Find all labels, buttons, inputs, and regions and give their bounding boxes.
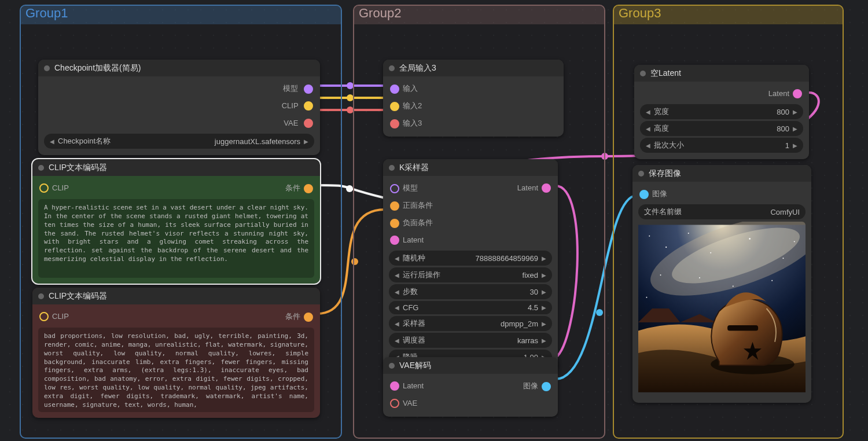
output-clip[interactable]: [304, 101, 313, 111]
input-clip[interactable]: [39, 183, 49, 193]
output-conditioning[interactable]: [304, 184, 313, 193]
input-1[interactable]: [390, 84, 399, 94]
widget-checkpoint-name[interactable]: ◀ Checkpoint名称 juggernautXL.safetensors …: [44, 134, 314, 149]
node-save-image[interactable]: 保存图像 图像 文件名前缀ComfyUI: [632, 165, 811, 403]
input-positive[interactable]: [390, 201, 399, 211]
svg-point-16: [783, 258, 784, 259]
input-latent[interactable]: [390, 381, 399, 391]
node-title: CLIP文本编码器: [49, 163, 107, 173]
svg-rect-24: [727, 325, 758, 331]
image-preview: [638, 222, 806, 397]
text-positive-prompt[interactable]: A hyper-realistic scene set in a vast de…: [38, 199, 314, 278]
node-ksampler[interactable]: K采样器 模型 Latent 正面条件 负面条件 Latent ◀随机种7888…: [383, 159, 558, 371]
svg-point-20: [771, 280, 773, 281]
input-model[interactable]: [390, 184, 399, 193]
svg-point-19: [699, 277, 700, 278]
svg-point-22: [733, 286, 734, 287]
output-latent[interactable]: [793, 89, 802, 98]
node-clip-negative[interactable]: CLIP文本编码器 CLIP 条件 bad proportions, low r…: [32, 288, 320, 418]
output-vae[interactable]: [304, 119, 313, 128]
chevron-left-icon: ◀: [50, 138, 54, 145]
widget-steps[interactable]: ◀步数30▶: [389, 284, 552, 299]
svg-point-12: [665, 247, 667, 248]
node-title: VAE解码: [399, 361, 431, 371]
svg-point-13: [688, 233, 689, 234]
node-vae-decode[interactable]: VAE解码 Latent 图像 VAE: [383, 357, 558, 417]
input-vae[interactable]: [390, 399, 399, 408]
group-1-title: Group1: [25, 6, 68, 21]
widget-after-run[interactable]: ◀运行后操作fixed▶: [389, 267, 552, 282]
chevron-right-icon: ▶: [304, 138, 308, 145]
group-3-title: Group3: [619, 6, 661, 21]
svg-point-17: [794, 241, 795, 242]
node-global-input[interactable]: 全局输入3 输入 输入2 输入3: [383, 60, 564, 137]
widget-width[interactable]: ◀宽度800▶: [640, 104, 803, 119]
node-title: Checkpoint加载器(简易): [54, 63, 141, 74]
input-negative[interactable]: [390, 219, 399, 228]
node-title: CLIP文本编码器: [49, 291, 107, 302]
node-title: 保存图像: [649, 168, 681, 179]
svg-point-11: [649, 236, 650, 237]
text-negative-prompt[interactable]: bad proportions, low resolution, bad, ug…: [38, 328, 314, 412]
node-checkpoint-loader[interactable]: Checkpoint加载器(简易) 模型 CLIP VAE ◀ Checkpoi…: [38, 60, 320, 155]
output-conditioning[interactable]: [304, 313, 313, 322]
node-title: K采样器: [399, 163, 429, 173]
input-3[interactable]: [390, 119, 399, 128]
svg-point-15: [749, 238, 751, 240]
output-latent[interactable]: [542, 183, 551, 193]
group-2-title: Group2: [359, 6, 401, 21]
widget-cfg[interactable]: ◀CFG4.5▶: [389, 301, 552, 314]
node-title: 空Latent: [650, 68, 681, 79]
output-image[interactable]: [542, 382, 551, 391]
widget-height[interactable]: ◀高度800▶: [640, 121, 803, 136]
node-clip-positive[interactable]: CLIP文本编码器 CLIP 条件 A hyper-realistic scen…: [32, 159, 320, 284]
svg-point-18: [660, 274, 661, 275]
output-model[interactable]: [304, 84, 313, 94]
widget-seed[interactable]: ◀随机种788888664859969▶: [389, 251, 552, 266]
node-title: 全局输入3: [399, 63, 436, 74]
svg-point-14: [710, 252, 711, 253]
widget-batch[interactable]: ◀批次大小1▶: [640, 138, 803, 153]
input-image[interactable]: [639, 190, 649, 199]
widget-scheduler[interactable]: ◀调度器karras▶: [389, 333, 552, 348]
svg-point-21: [646, 297, 647, 298]
input-latent[interactable]: [390, 236, 399, 245]
widget-filename[interactable]: 文件名前缀ComfyUI: [638, 204, 806, 219]
input-clip[interactable]: [39, 312, 49, 321]
widget-sampler[interactable]: ◀采样器dpmpp_2m▶: [389, 316, 552, 331]
input-2[interactable]: [390, 102, 399, 111]
node-empty-latent[interactable]: 空Latent Latent ◀宽度800▶ ◀高度800▶ ◀批次大小1▶: [634, 65, 809, 159]
